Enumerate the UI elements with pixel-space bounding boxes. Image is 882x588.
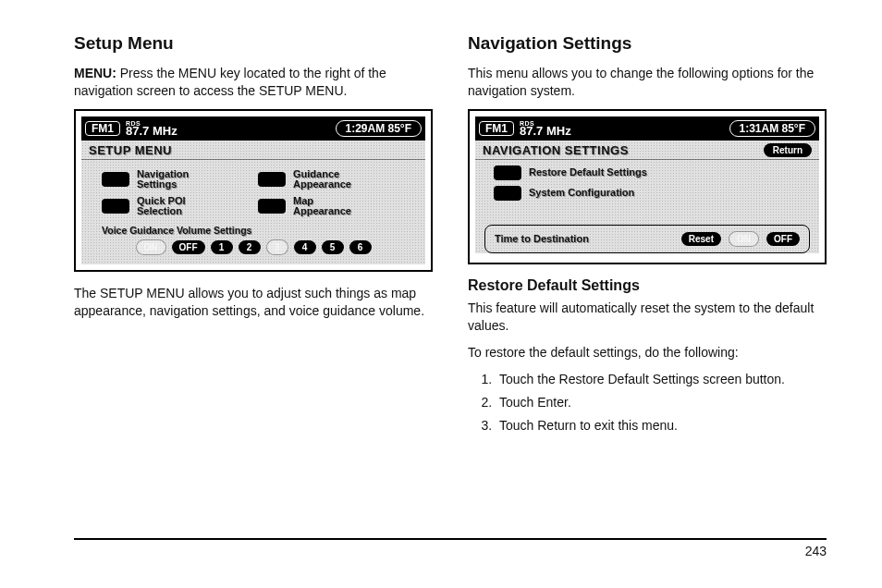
vol-6-button[interactable]: 6 (349, 240, 372, 254)
map-appearance-button[interactable]: Map Appearance (258, 196, 405, 217)
step-3: Touch Return to exit this menu. (496, 416, 827, 435)
restore-defaults-p1: This feature will automatically reset th… (468, 300, 827, 335)
menu-intro-text: Press the MENU key located to the right … (74, 66, 386, 98)
band-indicator: FM1 (85, 121, 120, 136)
button-icon (258, 172, 286, 187)
vol-4-button[interactable]: 4 (294, 240, 316, 254)
ttd-off-button[interactable]: OFF (766, 232, 800, 246)
voice-guidance-caption: Voice Guidance Volume Settings (81, 223, 425, 236)
restore-defaults-heading: Restore Default Settings (468, 277, 827, 294)
setup-menu-heading: Setup Menu (74, 33, 433, 54)
screen-title-row: NAVIGATION SETTINGS Return (475, 141, 819, 160)
ttd-on-button[interactable]: ON (729, 231, 759, 247)
return-button[interactable]: Return (764, 143, 812, 157)
button-icon (494, 186, 521, 201)
screen-title-text: NAVIGATION SETTINGS (483, 143, 629, 157)
setup-menu-intro: MENU: Press the MENU key located to the … (74, 65, 433, 100)
band-indicator: FM1 (479, 121, 514, 136)
button-label: Quick POI Selection (137, 196, 186, 217)
screen-inner: FM1 RDS 87.7 MHz 1:31AM 85°F NAVIGATION … (475, 116, 819, 253)
restore-steps-list: Touch the Restore Default Settings scree… (468, 370, 827, 435)
button-label: Guidance Appearance (293, 169, 351, 190)
freq-stack: RDS 87.7 MHz (126, 120, 178, 137)
screen-inner: FM1 RDS 87.7 MHz 1:29AM 85°F SETUP MENU … (81, 116, 425, 264)
clock-temp-pill: 1:31AM 85°F (729, 120, 816, 137)
button-label: System Configuration (529, 188, 634, 199)
restore-defaults-button[interactable]: Restore Default Settings (494, 165, 810, 180)
vol-5-button[interactable]: 5 (322, 240, 344, 254)
radio-topbar: FM1 RDS 87.7 MHz 1:29AM 85°F (81, 116, 425, 141)
step-2: Touch Enter. (496, 393, 827, 412)
frequency-label: 87.7 MHz (520, 125, 571, 137)
vol-on-button[interactable]: ON (136, 239, 166, 255)
nav-settings-screenshot: FM1 RDS 87.7 MHz 1:31AM 85°F NAVIGATION … (468, 109, 827, 264)
screen-title-text: SETUP MENU (89, 143, 172, 157)
nav-settings-intro: This menu allows you to change the follo… (468, 65, 827, 100)
button-icon (494, 165, 521, 180)
screen-title-row: SETUP MENU (81, 141, 425, 160)
setup-menu-screenshot: FM1 RDS 87.7 MHz 1:29AM 85°F SETUP MENU … (74, 109, 433, 272)
guidance-appearance-button[interactable]: Guidance Appearance (258, 169, 405, 190)
page-content: Setup Menu MENU: Press the MENU key loca… (0, 0, 882, 538)
button-icon (258, 199, 286, 214)
button-label: Navigation Settings (137, 169, 189, 190)
ttd-reset-button[interactable]: Reset (681, 232, 721, 246)
radio-topbar: FM1 RDS 87.7 MHz 1:31AM 85°F (475, 116, 819, 141)
system-config-button[interactable]: System Configuration (494, 186, 810, 201)
right-column: Navigation Settings This menu allows you… (468, 33, 827, 538)
button-label: Restore Default Settings (529, 167, 647, 178)
setup-menu-description: The SETUP MENU allows you to adjust such… (74, 285, 433, 320)
menu-label: MENU: (74, 66, 116, 80)
frequency-label: 87.7 MHz (126, 125, 178, 137)
vol-3-button[interactable]: 3 (266, 239, 288, 255)
page-number: 243 (0, 540, 882, 558)
quick-poi-button[interactable]: Quick POI Selection (102, 196, 249, 217)
menu-grid: Navigation Settings Guidance Appearance … (81, 160, 425, 223)
left-column: Setup Menu MENU: Press the MENU key loca… (74, 33, 433, 538)
vol-off-button[interactable]: OFF (172, 240, 205, 254)
step-1: Touch the Restore Default Settings scree… (496, 370, 827, 389)
restore-defaults-p2: To restore the default settings, do the … (468, 344, 827, 361)
button-icon (102, 199, 129, 214)
vol-2-button[interactable]: 2 (239, 240, 261, 254)
time-to-destination-box: Time to Destination Reset ON OFF (484, 225, 810, 253)
button-label: Map Appearance (293, 196, 351, 217)
nav-list: Restore Default Settings System Configur… (475, 160, 819, 208)
vol-1-button[interactable]: 1 (211, 240, 233, 254)
nav-settings-button[interactable]: Navigation Settings (102, 169, 249, 190)
voice-volume-row: ON OFF 1 2 3 4 5 6 (81, 236, 425, 264)
nav-settings-heading: Navigation Settings (468, 33, 827, 54)
freq-stack: RDS 87.7 MHz (520, 120, 571, 137)
clock-temp-pill: 1:29AM 85°F (336, 120, 423, 137)
ttd-label: Time to Destination (495, 233, 674, 244)
button-icon (102, 172, 129, 187)
